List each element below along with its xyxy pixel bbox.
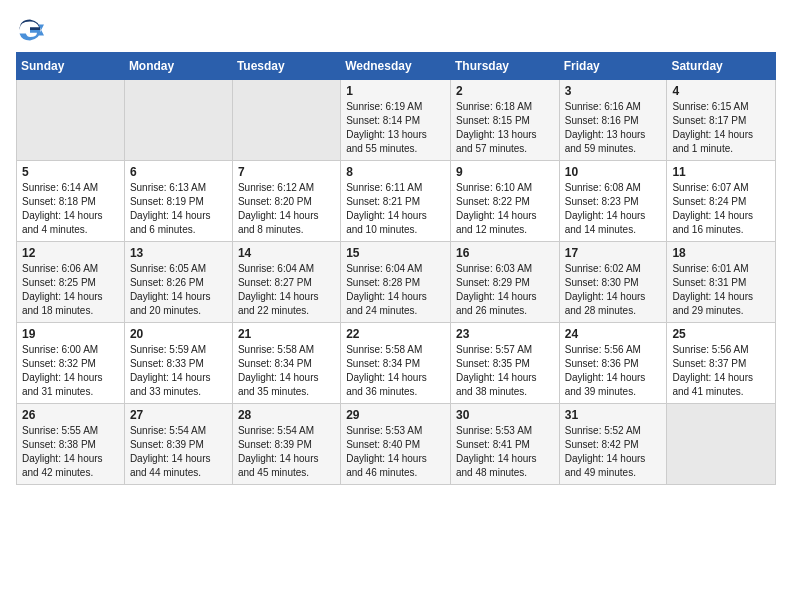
day-cell: 21Sunrise: 5:58 AMSunset: 8:34 PMDayligh… <box>232 323 340 404</box>
cell-content: Sunrise: 6:13 AMSunset: 8:19 PMDaylight:… <box>130 181 227 237</box>
day-cell: 30Sunrise: 5:53 AMSunset: 8:41 PMDayligh… <box>450 404 559 485</box>
day-cell: 15Sunrise: 6:04 AMSunset: 8:28 PMDayligh… <box>341 242 451 323</box>
day-header-saturday: Saturday <box>667 53 776 80</box>
day-cell: 11Sunrise: 6:07 AMSunset: 8:24 PMDayligh… <box>667 161 776 242</box>
day-header-friday: Friday <box>559 53 667 80</box>
day-cell: 8Sunrise: 6:11 AMSunset: 8:21 PMDaylight… <box>341 161 451 242</box>
day-number: 16 <box>456 246 554 260</box>
day-cell <box>232 80 340 161</box>
day-cell: 9Sunrise: 6:10 AMSunset: 8:22 PMDaylight… <box>450 161 559 242</box>
day-number: 4 <box>672 84 770 98</box>
cell-content: Sunrise: 6:16 AMSunset: 8:16 PMDaylight:… <box>565 100 662 156</box>
day-cell: 14Sunrise: 6:04 AMSunset: 8:27 PMDayligh… <box>232 242 340 323</box>
cell-content: Sunrise: 6:02 AMSunset: 8:30 PMDaylight:… <box>565 262 662 318</box>
logo <box>16 16 48 44</box>
day-header-wednesday: Wednesday <box>341 53 451 80</box>
day-cell: 13Sunrise: 6:05 AMSunset: 8:26 PMDayligh… <box>124 242 232 323</box>
day-number: 30 <box>456 408 554 422</box>
cell-content: Sunrise: 6:05 AMSunset: 8:26 PMDaylight:… <box>130 262 227 318</box>
week-row-4: 19Sunrise: 6:00 AMSunset: 8:32 PMDayligh… <box>17 323 776 404</box>
day-number: 19 <box>22 327 119 341</box>
day-cell: 17Sunrise: 6:02 AMSunset: 8:30 PMDayligh… <box>559 242 667 323</box>
day-header-tuesday: Tuesday <box>232 53 340 80</box>
day-number: 29 <box>346 408 445 422</box>
day-number: 11 <box>672 165 770 179</box>
day-cell: 20Sunrise: 5:59 AMSunset: 8:33 PMDayligh… <box>124 323 232 404</box>
day-number: 3 <box>565 84 662 98</box>
cell-content: Sunrise: 5:54 AMSunset: 8:39 PMDaylight:… <box>238 424 335 480</box>
day-number: 5 <box>22 165 119 179</box>
day-cell: 25Sunrise: 5:56 AMSunset: 8:37 PMDayligh… <box>667 323 776 404</box>
week-row-2: 5Sunrise: 6:14 AMSunset: 8:18 PMDaylight… <box>17 161 776 242</box>
calendar-table: SundayMondayTuesdayWednesdayThursdayFrid… <box>16 52 776 485</box>
day-header-thursday: Thursday <box>450 53 559 80</box>
cell-content: Sunrise: 5:56 AMSunset: 8:37 PMDaylight:… <box>672 343 770 399</box>
week-row-1: 1Sunrise: 6:19 AMSunset: 8:14 PMDaylight… <box>17 80 776 161</box>
cell-content: Sunrise: 5:58 AMSunset: 8:34 PMDaylight:… <box>346 343 445 399</box>
day-header-sunday: Sunday <box>17 53 125 80</box>
day-cell <box>17 80 125 161</box>
week-row-3: 12Sunrise: 6:06 AMSunset: 8:25 PMDayligh… <box>17 242 776 323</box>
day-cell: 6Sunrise: 6:13 AMSunset: 8:19 PMDaylight… <box>124 161 232 242</box>
cell-content: Sunrise: 6:12 AMSunset: 8:20 PMDaylight:… <box>238 181 335 237</box>
cell-content: Sunrise: 6:04 AMSunset: 8:28 PMDaylight:… <box>346 262 445 318</box>
day-header-monday: Monday <box>124 53 232 80</box>
day-cell <box>124 80 232 161</box>
cell-content: Sunrise: 5:52 AMSunset: 8:42 PMDaylight:… <box>565 424 662 480</box>
cell-content: Sunrise: 5:57 AMSunset: 8:35 PMDaylight:… <box>456 343 554 399</box>
day-cell <box>667 404 776 485</box>
cell-content: Sunrise: 6:03 AMSunset: 8:29 PMDaylight:… <box>456 262 554 318</box>
day-number: 9 <box>456 165 554 179</box>
day-number: 27 <box>130 408 227 422</box>
day-number: 13 <box>130 246 227 260</box>
day-number: 12 <box>22 246 119 260</box>
day-cell: 18Sunrise: 6:01 AMSunset: 8:31 PMDayligh… <box>667 242 776 323</box>
cell-content: Sunrise: 5:58 AMSunset: 8:34 PMDaylight:… <box>238 343 335 399</box>
day-cell: 26Sunrise: 5:55 AMSunset: 8:38 PMDayligh… <box>17 404 125 485</box>
cell-content: Sunrise: 5:55 AMSunset: 8:38 PMDaylight:… <box>22 424 119 480</box>
day-cell: 3Sunrise: 6:16 AMSunset: 8:16 PMDaylight… <box>559 80 667 161</box>
week-row-5: 26Sunrise: 5:55 AMSunset: 8:38 PMDayligh… <box>17 404 776 485</box>
cell-content: Sunrise: 5:54 AMSunset: 8:39 PMDaylight:… <box>130 424 227 480</box>
header-row: SundayMondayTuesdayWednesdayThursdayFrid… <box>17 53 776 80</box>
day-number: 18 <box>672 246 770 260</box>
day-cell: 29Sunrise: 5:53 AMSunset: 8:40 PMDayligh… <box>341 404 451 485</box>
page-header <box>16 16 776 44</box>
day-cell: 10Sunrise: 6:08 AMSunset: 8:23 PMDayligh… <box>559 161 667 242</box>
day-number: 7 <box>238 165 335 179</box>
cell-content: Sunrise: 6:19 AMSunset: 8:14 PMDaylight:… <box>346 100 445 156</box>
day-number: 10 <box>565 165 662 179</box>
day-number: 28 <box>238 408 335 422</box>
day-number: 21 <box>238 327 335 341</box>
day-cell: 28Sunrise: 5:54 AMSunset: 8:39 PMDayligh… <box>232 404 340 485</box>
cell-content: Sunrise: 6:18 AMSunset: 8:15 PMDaylight:… <box>456 100 554 156</box>
day-number: 17 <box>565 246 662 260</box>
day-cell: 27Sunrise: 5:54 AMSunset: 8:39 PMDayligh… <box>124 404 232 485</box>
cell-content: Sunrise: 6:06 AMSunset: 8:25 PMDaylight:… <box>22 262 119 318</box>
day-cell: 5Sunrise: 6:14 AMSunset: 8:18 PMDaylight… <box>17 161 125 242</box>
day-cell: 12Sunrise: 6:06 AMSunset: 8:25 PMDayligh… <box>17 242 125 323</box>
cell-content: Sunrise: 6:07 AMSunset: 8:24 PMDaylight:… <box>672 181 770 237</box>
day-cell: 24Sunrise: 5:56 AMSunset: 8:36 PMDayligh… <box>559 323 667 404</box>
logo-icon <box>16 16 44 44</box>
cell-content: Sunrise: 5:56 AMSunset: 8:36 PMDaylight:… <box>565 343 662 399</box>
cell-content: Sunrise: 6:01 AMSunset: 8:31 PMDaylight:… <box>672 262 770 318</box>
day-cell: 4Sunrise: 6:15 AMSunset: 8:17 PMDaylight… <box>667 80 776 161</box>
cell-content: Sunrise: 6:04 AMSunset: 8:27 PMDaylight:… <box>238 262 335 318</box>
day-number: 15 <box>346 246 445 260</box>
day-number: 26 <box>22 408 119 422</box>
day-number: 24 <box>565 327 662 341</box>
day-cell: 31Sunrise: 5:52 AMSunset: 8:42 PMDayligh… <box>559 404 667 485</box>
cell-content: Sunrise: 6:08 AMSunset: 8:23 PMDaylight:… <box>565 181 662 237</box>
day-cell: 7Sunrise: 6:12 AMSunset: 8:20 PMDaylight… <box>232 161 340 242</box>
day-number: 22 <box>346 327 445 341</box>
day-number: 25 <box>672 327 770 341</box>
cell-content: Sunrise: 5:53 AMSunset: 8:41 PMDaylight:… <box>456 424 554 480</box>
cell-content: Sunrise: 6:10 AMSunset: 8:22 PMDaylight:… <box>456 181 554 237</box>
day-number: 31 <box>565 408 662 422</box>
cell-content: Sunrise: 6:11 AMSunset: 8:21 PMDaylight:… <box>346 181 445 237</box>
day-number: 14 <box>238 246 335 260</box>
day-number: 2 <box>456 84 554 98</box>
day-number: 8 <box>346 165 445 179</box>
cell-content: Sunrise: 6:15 AMSunset: 8:17 PMDaylight:… <box>672 100 770 156</box>
